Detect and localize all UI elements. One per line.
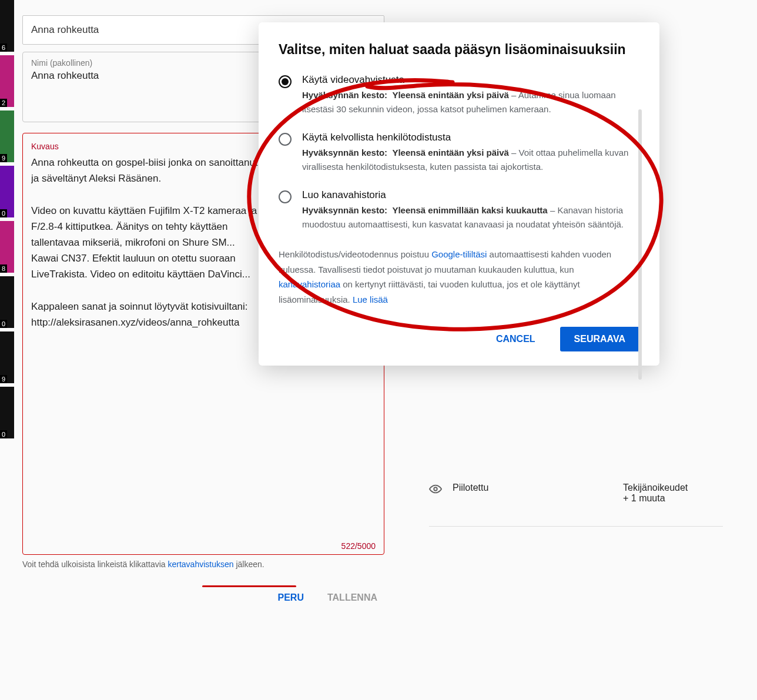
video-thumb[interactable]: 2 bbox=[0, 55, 14, 107]
thumb-badge: 9 bbox=[0, 375, 7, 383]
option-description: Hyväksynnän kesto: Yleensä enintään yksi… bbox=[302, 88, 635, 116]
video-thumb-sidebar: 6 2 9 0 8 0 9 0 bbox=[0, 0, 14, 700]
video-thumb[interactable]: 0 bbox=[0, 276, 14, 328]
option-video-verification[interactable]: Käytä videovahvistusta Hyväksynnän kesto… bbox=[279, 74, 635, 116]
video-thumb[interactable]: 0 bbox=[0, 387, 14, 438]
cancel-button[interactable]: PERU bbox=[278, 592, 304, 603]
visibility-status: Piilotettu bbox=[453, 483, 623, 493]
dialog-scrollbar[interactable] bbox=[638, 109, 642, 380]
google-account-link[interactable]: Google-tililtäsi bbox=[431, 249, 487, 259]
option-title: Käytä videovahvistusta bbox=[302, 74, 635, 86]
option-description: Hyväksynnän kesto: Yleensä enimmillään k… bbox=[302, 203, 635, 232]
next-button[interactable]: SEURAAVA bbox=[560, 327, 639, 351]
eye-icon bbox=[429, 483, 442, 495]
video-thumb[interactable]: 8 bbox=[0, 221, 14, 273]
thumb-badge: 0 bbox=[0, 430, 7, 438]
option-title: Käytä kelvollista henkilötodistusta bbox=[302, 132, 635, 143]
editor-footer-buttons: PERU TALLENNA bbox=[22, 592, 384, 603]
option-title: Luo kanavahistoria bbox=[302, 189, 635, 201]
option-id-verification[interactable]: Käytä kelvollista henkilötodistusta Hyvä… bbox=[279, 132, 635, 174]
external-link-notice: Voit tehdä ulkoisista linkeistä klikatta… bbox=[22, 560, 384, 569]
option-description: Hyväksynnän kesto: Yleensä enintään yksi… bbox=[302, 146, 635, 174]
notice-text: jälkeen. bbox=[234, 560, 264, 569]
dialog-buttons: CANCEL SEURAAVA bbox=[279, 327, 639, 351]
thumb-badge: 2 bbox=[0, 99, 7, 107]
radio-icon[interactable] bbox=[279, 133, 292, 146]
thumb-badge: 8 bbox=[0, 264, 7, 273]
video-thumb[interactable]: 6 bbox=[0, 0, 14, 52]
svg-point-0 bbox=[434, 487, 437, 491]
channel-history-link[interactable]: kanavahistoriaa bbox=[279, 279, 340, 289]
learn-more-link[interactable]: Lue lisää bbox=[353, 294, 388, 304]
radio-icon[interactable] bbox=[279, 75, 292, 88]
one-time-verify-link[interactable]: kertavahvistuksen bbox=[168, 560, 233, 569]
copyright-label: Tekijänoikeudet bbox=[623, 483, 688, 493]
visibility-panel: Piilotettu Tekijänoikeudet + 1 muuta bbox=[411, 476, 741, 527]
thumb-badge: 6 bbox=[0, 43, 7, 52]
save-button: TALLENNA bbox=[327, 592, 377, 603]
radio-icon[interactable] bbox=[279, 190, 292, 203]
hand-underline-annotation bbox=[202, 585, 296, 587]
cancel-button[interactable]: CANCEL bbox=[485, 327, 546, 351]
visibility-row[interactable]: Piilotettu Tekijänoikeudet + 1 muuta bbox=[411, 477, 741, 510]
access-features-dialog: Valitse, miten haluat saada pääsyn lisäo… bbox=[259, 22, 659, 366]
dialog-title: Valitse, miten haluat saada pääsyn lisäo… bbox=[279, 40, 639, 59]
thumb-badge: 0 bbox=[0, 209, 7, 217]
notice-text: Voit tehdä ulkoisista linkeistä klikatta… bbox=[22, 560, 168, 569]
char-counter: 522/5000 bbox=[31, 541, 376, 551]
option-channel-history[interactable]: Luo kanavahistoria Hyväksynnän kesto: Yl… bbox=[279, 189, 635, 232]
visibility-right-col: Tekijänoikeudet + 1 muuta bbox=[623, 483, 723, 504]
divider bbox=[429, 526, 723, 527]
video-thumb[interactable]: 0 bbox=[0, 166, 14, 217]
video-thumb[interactable]: 9 bbox=[0, 110, 14, 162]
dialog-footer-text: Henkilötodistus/videotodennus poistuu Go… bbox=[279, 247, 635, 307]
thumb-badge: 9 bbox=[0, 154, 7, 162]
plus-more-label: + 1 muuta bbox=[623, 493, 665, 503]
video-thumb[interactable]: 9 bbox=[0, 331, 14, 383]
thumb-badge: 0 bbox=[0, 320, 7, 328]
